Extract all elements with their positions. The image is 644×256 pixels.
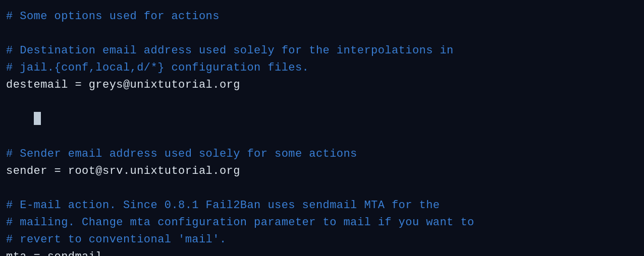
line-7: # Sender email address used solely for s… — [6, 146, 638, 163]
line-8: sender = root@srv.unixtutorial.org — [6, 163, 638, 180]
line-12: # revert to conventional 'mail'. — [6, 231, 638, 248]
blank-line-1 — [6, 25, 638, 42]
blank-line-2 — [6, 180, 638, 197]
line-3: # Destination email address used solely … — [6, 42, 638, 59]
line-1: # Some options used for actions — [6, 8, 638, 25]
line-10: # E-mail action. Since 0.8.1 Fail2Ban us… — [6, 197, 638, 214]
text-cursor — [34, 112, 41, 125]
cursor-line — [6, 94, 638, 145]
line-4: # jail.{conf,local,d/*} configuration fi… — [6, 59, 638, 77]
line-13: mta = sendmail — [6, 248, 638, 256]
line-11: # mailing. Change mta configuration para… — [6, 214, 638, 231]
code-editor: # Some options used for actions # Destin… — [0, 0, 644, 256]
line-5: destemail = greys@unixtutorial.org — [6, 77, 638, 94]
